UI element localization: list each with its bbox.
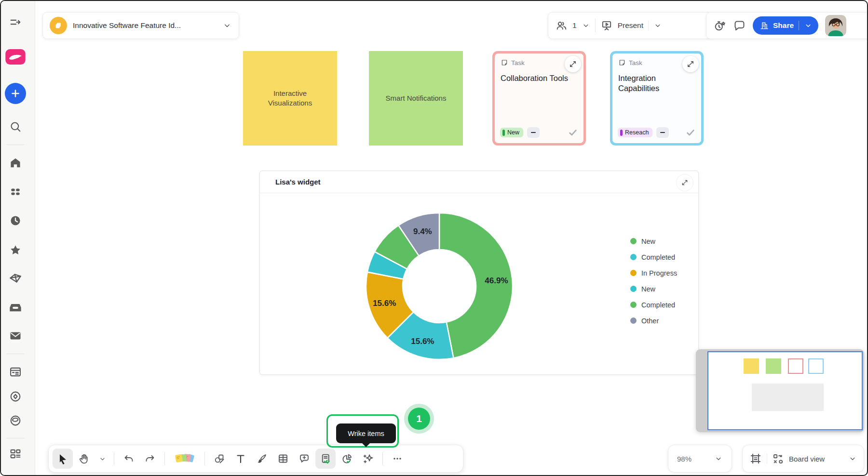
undo-button[interactable] bbox=[119, 449, 139, 469]
sticky-notes-tool[interactable] bbox=[169, 449, 200, 469]
clock-icon[interactable] bbox=[9, 214, 22, 227]
task-title: Integration Capabilities bbox=[618, 73, 676, 94]
expand-icon[interactable] bbox=[676, 174, 693, 191]
frame-icon[interactable] bbox=[749, 452, 762, 465]
shapes-tool[interactable] bbox=[209, 449, 230, 469]
expand-icon[interactable] bbox=[565, 56, 581, 72]
minimap-viewport[interactable] bbox=[707, 351, 863, 430]
zoom-level: 98% bbox=[677, 455, 692, 463]
star-icon[interactable] bbox=[9, 243, 22, 257]
task-icon bbox=[501, 59, 508, 66]
redo-button[interactable] bbox=[140, 449, 160, 469]
compass-icon[interactable] bbox=[9, 390, 22, 403]
minimap-task bbox=[788, 358, 803, 374]
status-badge[interactable]: New bbox=[500, 128, 523, 137]
sticky-note[interactable]: Interactive Visualizations bbox=[243, 51, 337, 145]
share-button[interactable]: Share bbox=[753, 16, 818, 35]
task-card[interactable]: Task Integration Capabilities Reseach bbox=[610, 51, 704, 145]
brush-tool[interactable] bbox=[252, 449, 272, 469]
board-view-icon bbox=[772, 453, 784, 465]
step-marker[interactable]: 1 bbox=[404, 404, 434, 434]
table-icon bbox=[277, 453, 289, 464]
chart-legend: New Completed In Progress New Completed … bbox=[630, 233, 677, 329]
ai-tool[interactable] bbox=[358, 449, 378, 469]
chevron-down-icon[interactable] bbox=[848, 454, 857, 463]
widget-title: Lisa's widget bbox=[275, 178, 321, 186]
more-tools[interactable] bbox=[387, 449, 407, 469]
task-type-label: Task bbox=[629, 59, 642, 66]
avatar[interactable] bbox=[825, 15, 846, 36]
chart-widget[interactable]: Lisa's widget 46.9%15.6%15.6%9.4% New Co… bbox=[259, 171, 699, 375]
legend-label: Other bbox=[641, 317, 659, 325]
kite-icon[interactable] bbox=[8, 272, 23, 286]
minimap[interactable] bbox=[696, 349, 864, 432]
search-icon[interactable] bbox=[9, 120, 22, 133]
redo-icon bbox=[144, 453, 156, 464]
share-controls: Share bbox=[706, 12, 868, 39]
sidebar-divider bbox=[6, 438, 25, 438]
app-logo[interactable] bbox=[5, 49, 26, 65]
minimap-sticky bbox=[766, 358, 781, 374]
sticky-text: Interactive Visualizations bbox=[259, 89, 322, 108]
grid-dots-icon[interactable] bbox=[9, 185, 22, 198]
task-card-body: Task Integration Capabilities Reseach bbox=[612, 53, 701, 143]
chevron-down-icon bbox=[98, 455, 107, 463]
mail-icon[interactable] bbox=[9, 329, 22, 343]
present-button[interactable]: Present bbox=[618, 21, 643, 30]
board-title-dropdown[interactable]: Innovative Software Feature Id... bbox=[42, 12, 239, 39]
dashboard-icon[interactable] bbox=[9, 365, 22, 379]
globe-icon[interactable] bbox=[9, 414, 22, 427]
legend-dot bbox=[630, 238, 637, 244]
importance-chip[interactable] bbox=[656, 127, 669, 138]
tooltip: Wrike items bbox=[336, 423, 396, 443]
plus-button[interactable] bbox=[5, 83, 26, 104]
participants-icon bbox=[555, 19, 568, 32]
task-icon bbox=[618, 59, 626, 66]
donut-chart: 46.9%15.6%15.6%9.4% bbox=[360, 207, 519, 366]
task-card-body: Task Collaboration Tools New bbox=[495, 53, 583, 143]
qr-grid-icon[interactable] bbox=[9, 447, 22, 461]
wrike-items-tool[interactable] bbox=[315, 449, 336, 469]
select-tool[interactable] bbox=[53, 449, 73, 469]
participants-count[interactable]: 1 bbox=[572, 21, 577, 30]
step-number: 1 bbox=[408, 408, 430, 430]
sparkles-icon bbox=[362, 453, 374, 465]
tool-options-chevron[interactable] bbox=[95, 449, 109, 469]
chevron-down-icon[interactable] bbox=[653, 21, 662, 30]
legend-item: Completed bbox=[630, 249, 677, 265]
status-badge[interactable]: Reseach bbox=[618, 128, 652, 137]
status-badge-label: New bbox=[507, 129, 519, 136]
chevron-down-icon bbox=[804, 21, 813, 30]
text-tool[interactable] bbox=[231, 449, 251, 469]
view-label[interactable]: Board view bbox=[789, 455, 825, 463]
building-icon bbox=[760, 21, 769, 30]
comment-tool[interactable] bbox=[294, 449, 314, 469]
view-switcher: Board view bbox=[742, 445, 864, 473]
pan-tool[interactable] bbox=[74, 449, 94, 469]
ellipsis-icon bbox=[392, 453, 403, 464]
donut-slice[interactable] bbox=[439, 213, 513, 358]
brush-icon bbox=[256, 453, 268, 464]
left-sidebar bbox=[1, 1, 35, 475]
expand-icon[interactable] bbox=[682, 56, 699, 72]
legend-dot bbox=[630, 286, 637, 292]
widget-header: Lisa's widget bbox=[260, 171, 698, 193]
table-tool[interactable] bbox=[273, 449, 293, 469]
legend-item: New bbox=[630, 233, 677, 249]
sidebar-expand-icon[interactable] bbox=[9, 15, 22, 29]
chevron-down-icon[interactable] bbox=[582, 21, 590, 30]
inbox-icon[interactable] bbox=[9, 301, 22, 314]
zoom-control[interactable]: 98% bbox=[668, 445, 732, 473]
complete-check-icon[interactable] bbox=[685, 127, 696, 138]
sidebar-divider bbox=[6, 145, 25, 145]
complete-check-icon[interactable] bbox=[568, 127, 578, 138]
sticky-note[interactable]: Smart Notifications bbox=[369, 51, 463, 145]
slice-label: 15.6% bbox=[373, 299, 396, 308]
comment-icon[interactable] bbox=[733, 19, 746, 32]
divider bbox=[164, 452, 165, 465]
timer-icon[interactable] bbox=[713, 19, 726, 32]
chart-tool[interactable] bbox=[337, 449, 357, 469]
home-icon[interactable] bbox=[9, 156, 22, 170]
importance-chip[interactable] bbox=[527, 127, 540, 138]
task-card[interactable]: Task Collaboration Tools New bbox=[492, 51, 586, 145]
